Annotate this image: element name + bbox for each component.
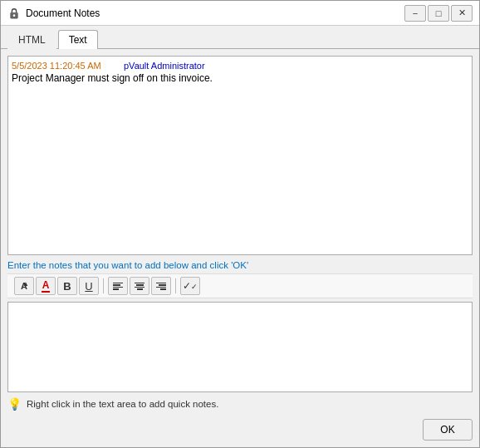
tab-html[interactable]: HTML — [7, 30, 56, 49]
bold-button[interactable]: B — [57, 277, 77, 295]
svg-point-1 — [13, 14, 16, 17]
title-bar: Document Notes − □ ✕ — [1, 1, 479, 26]
footer: OK — [1, 416, 479, 447]
window-icon — [7, 7, 21, 20]
note-author: pVault Administrator — [124, 61, 205, 71]
toolbar-separator-1 — [103, 278, 104, 293]
maximize-button[interactable]: □ — [428, 5, 449, 22]
note-content: Project Manager must sign off on this in… — [12, 72, 468, 84]
window-title: Document Notes — [26, 7, 404, 19]
align-right-button[interactable] — [151, 277, 171, 295]
tab-bar: HTML Text — [1, 26, 479, 49]
title-bar-buttons: − □ ✕ — [404, 5, 473, 22]
document-notes-window: Document Notes − □ ✕ HTML Text 5/5/2023 … — [0, 0, 480, 448]
align-left-button[interactable] — [108, 277, 128, 295]
formatting-toolbar: A▲ A B U — [7, 273, 473, 298]
toolbar-separator-2 — [175, 278, 176, 293]
bulb-icon: 💡 — [7, 397, 22, 411]
instruction-text: Enter the notes that you want to add bel… — [1, 255, 479, 273]
note-entry: 5/5/2023 11:20:45 AM pVault Administrato… — [12, 60, 468, 84]
tab-text[interactable]: Text — [58, 30, 98, 49]
minimize-button[interactable]: − — [404, 5, 426, 22]
spell-check-button[interactable]: ✓✓ — [180, 277, 200, 295]
font-size-increase-button[interactable]: A▲ — [14, 277, 34, 295]
note-timestamp: 5/5/2023 11:20:45 AM — [12, 61, 101, 71]
status-hint: Right click in the text area to add quic… — [27, 399, 218, 409]
status-bar: 💡 Right click in the text area to add qu… — [1, 392, 479, 416]
notes-display-area: 5/5/2023 11:20:45 AM pVault Administrato… — [7, 56, 473, 255]
ok-button[interactable]: OK — [423, 419, 473, 441]
font-color-button[interactable]: A — [36, 277, 56, 295]
align-center-button[interactable] — [130, 277, 149, 295]
close-button[interactable]: ✕ — [451, 5, 473, 22]
note-editor[interactable] — [7, 302, 473, 392]
underline-button[interactable]: U — [79, 277, 99, 295]
